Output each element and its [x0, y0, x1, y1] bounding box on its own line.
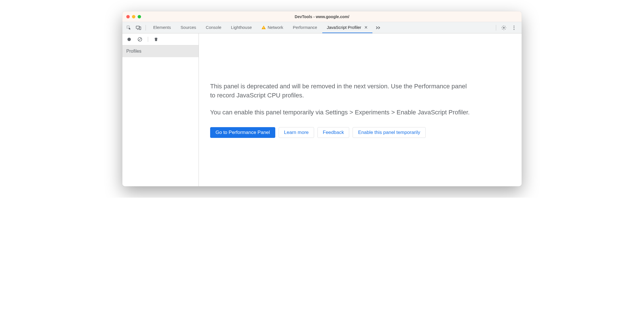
tab-network[interactable]: Network — [257, 22, 288, 33]
window-minimize-button[interactable] — [132, 15, 135, 18]
go-to-performance-button[interactable]: Go to Performance Panel — [210, 127, 275, 138]
tab-label: Console — [206, 25, 221, 30]
sidebar: Profiles — [122, 33, 199, 186]
main-panel: This panel is deprecated and will be rem… — [199, 33, 522, 186]
delete-icon[interactable] — [152, 35, 160, 43]
tab-lighthouse[interactable]: Lighthouse — [227, 22, 256, 33]
devtools-window: DevTools - www.google.com/ Elements Sour… — [122, 11, 522, 186]
record-icon[interactable] — [125, 35, 133, 43]
svg-rect-1 — [136, 26, 140, 28]
tab-label: Lighthouse — [231, 25, 252, 30]
svg-point-7 — [513, 27, 514, 28]
traffic-lights — [122, 15, 141, 18]
svg-point-6 — [513, 25, 514, 26]
settings-icon[interactable] — [500, 24, 508, 32]
svg-rect-4 — [263, 28, 264, 29]
svg-point-8 — [513, 29, 514, 30]
button-row: Go to Performance Panel Learn more Feedb… — [210, 127, 507, 138]
window-close-button[interactable] — [126, 15, 130, 18]
svg-rect-3 — [263, 27, 264, 28]
close-icon[interactable]: ✕ — [364, 25, 368, 30]
tab-label: Sources — [181, 25, 196, 30]
tab-javascript-profiler[interactable]: JavaScript Profiler ✕ — [322, 22, 372, 33]
clear-icon[interactable] — [136, 35, 144, 43]
tabstrip: Elements Sources Console Lighthouse Netw… — [149, 22, 493, 33]
kebab-menu-icon[interactable] — [510, 24, 518, 32]
separator — [146, 25, 146, 31]
toolbar-right — [494, 24, 519, 32]
enable-temporarily-button[interactable]: Enable this panel temporarily — [353, 127, 425, 138]
tab-elements[interactable]: Elements — [149, 22, 176, 33]
more-tabs-button[interactable] — [373, 22, 383, 33]
separator — [496, 25, 496, 31]
separator — [148, 37, 148, 42]
titlebar: DevTools - www.google.com/ — [122, 11, 522, 22]
inspect-element-icon[interactable] — [125, 24, 133, 32]
window-title: DevTools - www.google.com/ — [122, 14, 522, 19]
deprecation-message-2: You can enable this panel temporarily vi… — [210, 108, 471, 117]
svg-point-5 — [503, 27, 505, 28]
tab-sources[interactable]: Sources — [176, 22, 201, 33]
main-toolbar: Elements Sources Console Lighthouse Netw… — [122, 22, 522, 33]
sidebar-item-profiles[interactable]: Profiles — [122, 45, 199, 57]
tab-performance[interactable]: Performance — [288, 22, 322, 33]
device-toggle-icon[interactable] — [134, 24, 143, 32]
tab-label: JavaScript Profiler — [327, 25, 361, 30]
deprecation-message-1: This panel is deprecated and will be rem… — [210, 82, 471, 100]
tab-console[interactable]: Console — [201, 22, 226, 33]
tab-label: Elements — [153, 25, 171, 30]
warning-icon — [261, 25, 266, 30]
content-area: Profiles This panel is deprecated and wi… — [122, 33, 522, 186]
tab-label: Performance — [293, 25, 317, 30]
sidebar-item-label: Profiles — [126, 49, 141, 54]
svg-point-9 — [127, 38, 131, 41]
sidebar-toolbar — [122, 33, 199, 45]
window-zoom-button[interactable] — [138, 15, 141, 18]
learn-more-button[interactable]: Learn more — [279, 127, 314, 138]
feedback-button[interactable]: Feedback — [317, 127, 349, 138]
tab-label: Network — [268, 25, 283, 30]
